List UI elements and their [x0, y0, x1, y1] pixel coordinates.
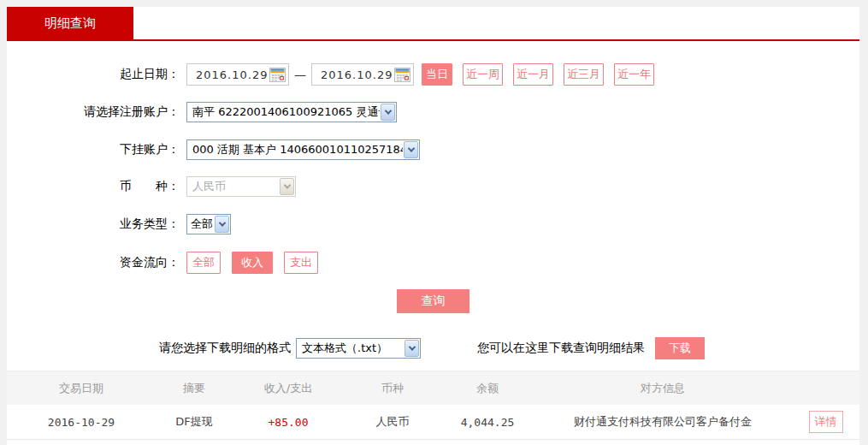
fund-flow-all-button[interactable]: 全部	[186, 252, 221, 274]
cell-counterparty: 财付通支付科技有限公司客户备付金	[534, 414, 792, 430]
quick-range-year-button[interactable]: 近一年	[614, 63, 654, 86]
col-header-date: 交易日期	[7, 381, 156, 396]
cell-balance: 4,044.25	[441, 416, 534, 429]
business-type-label: 业务类型：	[7, 217, 180, 232]
date-from-value: 2016.10.29	[196, 68, 268, 81]
date-range-row: 起止日期： 2016.10.29 — 2016.10.29	[7, 63, 654, 86]
sub-account-row: 下挂账户： 000 活期 基本户 1406600101102571848	[7, 139, 420, 161]
sub-account-value: 000 活期 基本户 1406600101102571848	[187, 142, 403, 157]
quick-range-today-button[interactable]: 当日	[422, 63, 452, 86]
currency-value: 人民币	[187, 179, 231, 194]
register-account-select[interactable]: 南平 6222001406100921065 灵通卡	[186, 102, 397, 122]
tab-underline	[7, 39, 859, 41]
business-type-value: 全部	[187, 217, 214, 232]
col-header-counterparty: 对方信息	[534, 381, 792, 396]
date-range-label: 起止日期：	[7, 67, 180, 82]
date-from-input[interactable]: 2016.10.29	[186, 63, 289, 86]
download-format-value: 文本格式（.txt）	[297, 341, 393, 356]
detail-button[interactable]: 详情	[809, 411, 843, 433]
chevron-down-icon[interactable]	[404, 340, 419, 357]
register-account-value: 南平 6222001406100921065 灵通卡	[187, 104, 380, 120]
tab-detail-query[interactable]: 明细查询	[7, 7, 133, 39]
chevron-down-icon	[280, 178, 294, 195]
download-format-label: 请您选择下载明细的格式	[159, 341, 291, 356]
sub-account-label: 下挂账户：	[7, 142, 180, 157]
quick-range-month-button[interactable]: 近一月	[513, 63, 553, 86]
download-hint: 您可以在这里下载查询明细结果	[477, 341, 645, 356]
calendar-icon[interactable]	[394, 68, 410, 82]
fund-flow-label: 资金流向：	[7, 255, 180, 270]
cell-amount: +85.00	[233, 416, 344, 429]
download-format-select[interactable]: 文本格式（.txt）	[296, 338, 421, 359]
query-button[interactable]: 查询	[397, 289, 469, 313]
sub-account-select[interactable]: 000 活期 基本户 1406600101102571848	[186, 139, 420, 160]
register-account-row: 请选择注册账户： 南平 6222001406100921065 灵通卡	[7, 101, 397, 123]
date-separator: —	[294, 68, 306, 81]
quick-range-quarter-button[interactable]: 近三月	[564, 63, 604, 86]
col-header-summary: 摘要	[156, 381, 233, 396]
col-header-currency: 币种	[344, 381, 441, 396]
results-table: 交易日期 摘要 收入/支出 币种 余额 对方信息 2016-10-29 DF提现…	[7, 371, 859, 440]
currency-select: 人民币	[186, 176, 296, 197]
col-header-balance: 余额	[441, 381, 534, 396]
chevron-down-icon[interactable]	[404, 141, 418, 158]
fund-flow-row: 资金流向： 全部 收入 支出	[7, 252, 318, 274]
currency-row: 币 种： 人民币	[7, 175, 296, 198]
date-to-input[interactable]: 2016.10.29	[311, 63, 414, 86]
download-button[interactable]: 下载	[655, 337, 705, 359]
fund-flow-expense-button[interactable]: 支出	[284, 252, 318, 274]
download-row: 请您选择下载明细的格式 文本格式（.txt） 您可以在这里下载查询明细结果 下载	[159, 337, 705, 359]
fund-flow-income-button[interactable]: 收入	[232, 252, 273, 274]
business-type-select[interactable]: 全部	[186, 214, 231, 234]
currency-label: 币 种：	[7, 179, 180, 194]
register-account-label: 请选择注册账户：	[7, 104, 180, 120]
business-type-row: 业务类型： 全部	[7, 213, 231, 235]
cell-date: 2016-10-29	[7, 416, 156, 429]
table-row: 2016-10-29 DF提现 +85.00 人民币 4,044.25 财付通支…	[7, 405, 859, 440]
calendar-icon[interactable]	[269, 68, 286, 82]
col-header-amount: 收入/支出	[233, 381, 344, 396]
table-header-row: 交易日期 摘要 收入/支出 币种 余额 对方信息	[7, 371, 859, 405]
cell-summary: DF提现	[156, 414, 233, 430]
cell-currency: 人民币	[344, 414, 441, 430]
detail-query-page: 明细查询 起止日期： 2016.10.29	[0, 0, 868, 445]
chevron-down-icon[interactable]	[215, 216, 229, 233]
chevron-down-icon[interactable]	[381, 104, 395, 121]
tab-label: 明细查询	[44, 15, 96, 32]
quick-range-week-button[interactable]: 近一周	[463, 63, 503, 86]
date-to-value: 2016.10.29	[321, 68, 393, 81]
cell-actions: 详情	[792, 411, 859, 433]
content-panel: 明细查询 起止日期： 2016.10.29	[7, 7, 859, 445]
